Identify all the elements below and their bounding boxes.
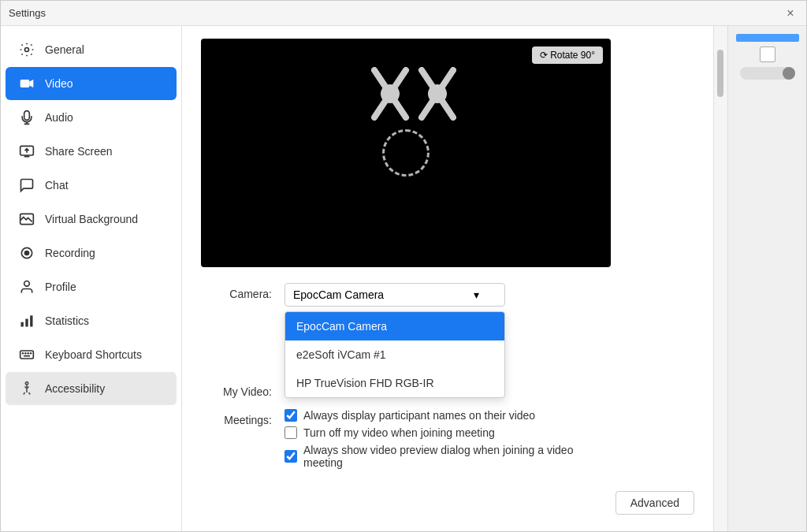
- camera-dropdown-wrapper: EpocCam Camera ▾ EpocCam Camera e2eSoft …: [284, 283, 505, 307]
- svg-rect-8: [21, 322, 24, 327]
- main-content: ⟳ Rotate 90° Camera:: [182, 26, 713, 531]
- meetings-label: Meetings:: [201, 409, 272, 426]
- camera-option-1[interactable]: e2eSoft iVCam #1: [285, 340, 504, 369]
- sidebar-item-video[interactable]: Video: [6, 67, 177, 100]
- camera-crosshair: [382, 129, 430, 177]
- my-video-label: My Video:: [201, 381, 272, 398]
- camera-row: Camera: EpocCam Camera ▾ EpocCam Camer: [201, 283, 694, 307]
- scrollbar-thumb[interactable]: [717, 50, 723, 97]
- svg-point-22: [381, 84, 400, 103]
- top-right-panel: [727, 26, 806, 531]
- camera-label: Camera:: [201, 283, 272, 300]
- meeting-option-2-row: Always show video preview dialog when jo…: [284, 444, 615, 469]
- sidebar-item-virtual-background[interactable]: Virtual Background: [6, 203, 177, 236]
- camera-control: EpocCam Camera ▾ EpocCam Camera e2eSoft …: [284, 283, 615, 307]
- svg-point-0: [25, 48, 29, 52]
- top-right-bar: [736, 34, 799, 42]
- sidebar-item-accessibility[interactable]: Accessibility: [6, 372, 177, 405]
- window-title: Settings: [9, 7, 46, 19]
- audio-icon: [18, 109, 35, 126]
- settings-window: Settings × General: [0, 0, 807, 532]
- sidebar-label-general: General: [45, 43, 84, 56]
- advanced-button[interactable]: Advanced: [615, 491, 694, 515]
- sidebar-item-share-screen[interactable]: Share Screen: [6, 135, 177, 168]
- camera-selected-value: EpocCam Camera: [293, 288, 384, 301]
- form-section: Camera: EpocCam Camera ▾ EpocCam Camer: [201, 283, 694, 518]
- sidebar-label-statistics: Statistics: [45, 314, 89, 327]
- chat-icon: [18, 177, 35, 194]
- meeting-option-2-checkbox[interactable]: [284, 450, 297, 463]
- sidebar-label-profile: Profile: [45, 281, 76, 293]
- svg-rect-1: [20, 80, 30, 87]
- sidebar-label-keyboard-shortcuts: Keyboard Shortcuts: [45, 348, 142, 361]
- meeting-option-2-label: Always show video preview dialog when jo…: [303, 444, 615, 469]
- bottom-bar: Advanced: [201, 485, 694, 518]
- titlebar: Settings ×: [1, 1, 806, 26]
- close-button[interactable]: ×: [783, 6, 798, 21]
- share-screen-icon: [18, 143, 35, 160]
- virtual-bg-icon: [18, 210, 35, 228]
- svg-rect-11: [20, 351, 34, 359]
- video-preview: ⟳ Rotate 90°: [201, 39, 611, 267]
- sidebar-label-chat: Chat: [45, 179, 69, 192]
- scrollbar-panel: [713, 26, 727, 531]
- meetings-control: Always display participant names on thei…: [284, 409, 615, 474]
- camera-option-0[interactable]: EpocCam Camera: [285, 312, 504, 340]
- sidebar-item-recording[interactable]: Recording: [6, 236, 177, 270]
- meeting-option-1-label: Turn off my video when joining meeting: [303, 426, 495, 439]
- video-overlay: [327, 62, 485, 125]
- content-area: General Video: [1, 26, 806, 531]
- sidebar-item-statistics[interactable]: Statistics: [6, 304, 177, 337]
- meeting-option-0-label: Always display participant names on thei…: [303, 409, 535, 422]
- meetings-row: Meetings: Always display participant nam…: [201, 409, 694, 474]
- sidebar-item-profile[interactable]: Profile: [6, 270, 177, 303]
- svg-point-23: [428, 84, 447, 103]
- meeting-option-0-row: Always display participant names on thei…: [284, 409, 615, 422]
- video-icon: [18, 75, 35, 92]
- sidebar-item-keyboard-shortcuts[interactable]: Keyboard Shortcuts: [6, 338, 177, 371]
- camera-option-2[interactable]: HP TrueVision FHD RGB-IR: [285, 369, 504, 397]
- sidebar-item-audio[interactable]: Audio: [6, 101, 177, 134]
- rotate-button[interactable]: ⟳ Rotate 90°: [532, 47, 603, 64]
- sidebar-label-audio: Audio: [45, 111, 73, 124]
- gear-icon: [18, 41, 35, 58]
- svg-point-6: [24, 251, 30, 256]
- meeting-option-1-checkbox[interactable]: [284, 426, 297, 439]
- keyboard-icon: [18, 346, 35, 363]
- svg-rect-10: [30, 315, 32, 326]
- sidebar-label-video: Video: [45, 77, 73, 90]
- top-right-slider-thumb: [783, 67, 795, 80]
- sidebar-label-recording: Recording: [45, 247, 95, 259]
- camera-dropdown-trigger[interactable]: EpocCam Camera ▾: [284, 283, 505, 307]
- sidebar-label-accessibility: Accessibility: [45, 382, 105, 395]
- top-right-slider: [740, 67, 795, 80]
- meeting-option-0-checkbox[interactable]: [284, 409, 297, 422]
- sidebar-label-virtual-bg: Virtual Background: [45, 213, 138, 225]
- statistics-icon: [18, 312, 35, 329]
- profile-icon: [18, 278, 35, 296]
- recording-icon: [18, 244, 35, 262]
- chevron-down-icon: ▾: [474, 288, 479, 301]
- sidebar-item-chat[interactable]: Chat: [6, 169, 177, 202]
- meeting-option-1-row: Turn off my video when joining meeting: [284, 426, 615, 439]
- camera-dropdown-list: EpocCam Camera e2eSoft iVCam #1 HP TrueV…: [284, 311, 505, 398]
- sidebar: General Video: [1, 26, 182, 531]
- svg-rect-9: [25, 319, 28, 327]
- svg-point-7: [24, 281, 30, 287]
- top-right-checkbox: [760, 47, 775, 62]
- sidebar-label-share-screen: Share Screen: [45, 145, 113, 158]
- svg-marker-2: [29, 80, 33, 87]
- svg-point-17: [25, 382, 28, 385]
- accessibility-icon: [18, 380, 35, 397]
- sidebar-item-general[interactable]: General: [6, 33, 177, 66]
